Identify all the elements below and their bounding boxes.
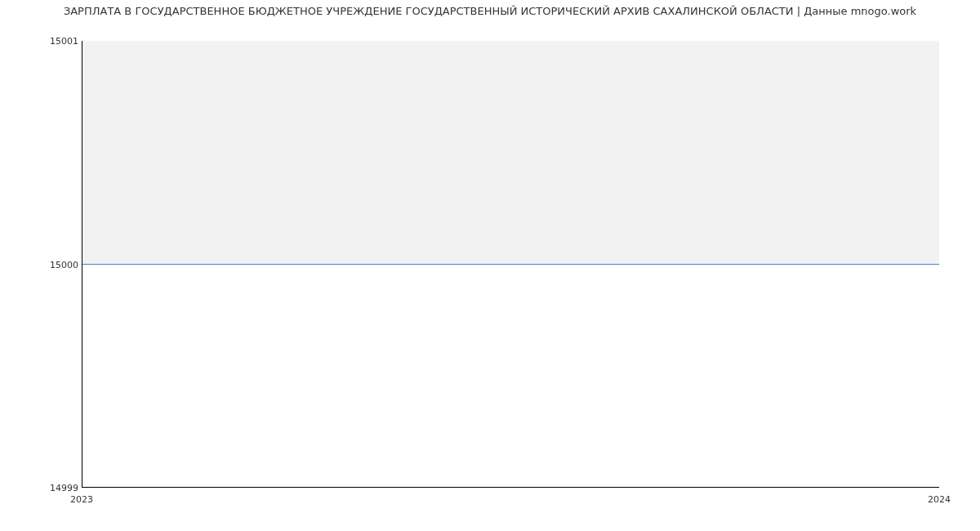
plot-area [82,41,939,488]
salary-chart: ЗАРПЛАТА В ГОСУДАРСТВЕННОЕ БЮДЖЕТНОЕ УЧР… [0,0,980,531]
chart-title: ЗАРПЛАТА В ГОСУДАРСТВЕННОЕ БЮДЖЕТНОЕ УЧР… [0,5,980,17]
x-tick-label: 2024 [928,494,951,505]
data-line [82,264,939,265]
area-fill [82,41,939,264]
y-tick-label: 15001 [50,36,78,47]
y-tick-label: 15000 [50,259,78,270]
x-tick-label: 2023 [70,494,93,505]
y-tick-label: 14999 [50,483,78,493]
